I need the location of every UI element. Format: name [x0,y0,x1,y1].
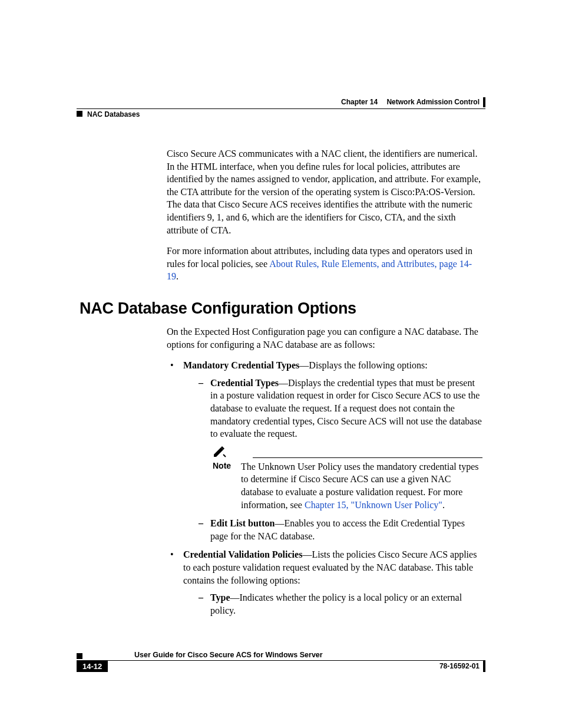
b1a-label: Credential Types [210,378,279,388]
chapter-header: Chapter 14 Network Admission Control [77,97,485,107]
note-label: Note [213,460,235,511]
body-column: On the Expected Host Configuration page … [167,325,482,622]
intro-para-1: Cisco Secure ACS communicates with a NAC… [167,147,482,236]
dash-type: Type—Indicates whether the policy is a l… [197,591,482,617]
b1b-label: Edit List button [210,518,275,528]
dash-list-3: Type—Indicates whether the policy is a l… [197,591,482,617]
note-rule [253,457,482,458]
note-block: Note The Unknown User Policy uses the ma… [213,446,482,511]
b2a-label: Type [210,592,230,602]
page-footer: User Guide for Cisco Secure ACS for Wind… [77,651,485,672]
bullet-credential-validation-policies: Credential Validation Policies—Lists the… [167,548,482,617]
bullet-list: Mandatory Credential Types—Displays the … [167,359,482,617]
header-rule [77,108,485,109]
intro-p2-post: . [176,271,178,281]
square-bullet-icon [77,653,82,659]
intro-para-2: For more information about attributes, i… [167,245,482,283]
document-number: 78-16592-01 [439,661,485,672]
section-heading: NAC Database Configuration Options [80,299,356,318]
chapter-title: Network Admission Control [386,98,480,106]
running-header: Chapter 14 Network Admission Control NAC… [77,97,485,118]
intro-column: Cisco Secure ACS communicates with a NAC… [167,147,482,291]
dash-list-1: Credential Types—Displays the credential… [197,377,482,440]
page-number: 14-12 [77,661,108,672]
b1-text: —Displays the following options: [299,360,427,370]
dash-list-2: Edit List button—Enables you to access t… [197,517,482,542]
body-intro: On the Expected Host Configuration page … [167,325,482,351]
b2-label: Credential Validation Policies [183,549,302,559]
b1-label: Mandatory Credential Types [183,360,299,370]
note-text: The Unknown User Policy uses the mandato… [241,460,482,511]
square-bullet-icon [77,111,82,117]
chapter-label: Chapter 14 [341,98,378,106]
pencil-note-icon [213,446,227,458]
b2a-text: —Indicates whether the policy is a local… [210,592,462,615]
document-page: Chapter 14 Network Admission Control NAC… [0,0,562,728]
section-crumb-text: NAC Databases [87,110,140,118]
note-post: . [442,500,445,510]
dash-credential-types: Credential Types—Displays the credential… [197,377,482,440]
guide-title: User Guide for Cisco Secure ACS for Wind… [134,651,323,659]
section-crumb: NAC Databases [77,110,485,118]
link-chapter-15[interactable]: Chapter 15, "Unknown User Policy" [305,500,442,510]
bullet-mandatory-credential-types: Mandatory Credential Types—Displays the … [167,359,482,542]
dash-edit-list-button: Edit List button—Enables you to access t… [197,517,482,542]
